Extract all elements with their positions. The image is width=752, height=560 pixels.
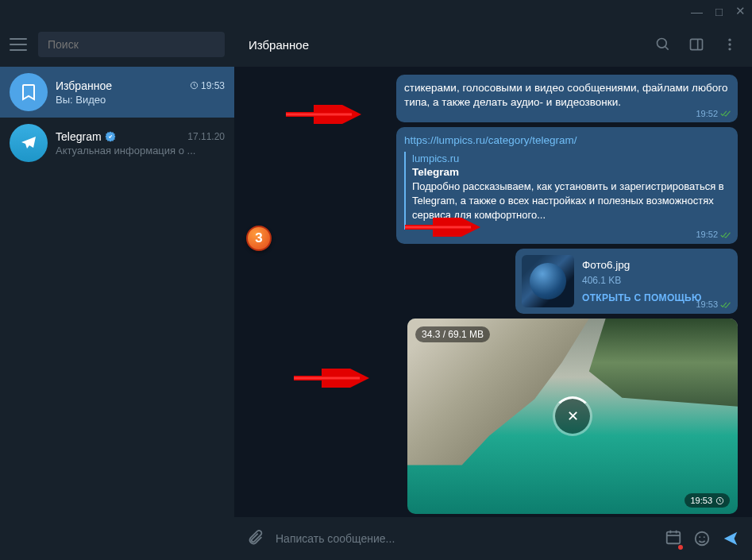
sidepanel-icon[interactable] <box>688 37 704 52</box>
chat-header: Избранное <box>234 22 752 67</box>
scheduled-icon[interactable] <box>665 528 682 549</box>
minimize-icon[interactable]: — <box>691 5 703 18</box>
close-icon: ✕ <box>567 407 579 425</box>
chat-name: Telegram <box>56 130 116 143</box>
svg-point-20 <box>704 536 705 538</box>
message-bubble-link[interactable]: https://lumpics.ru/category/telegram/ lu… <box>396 127 738 244</box>
annotation-badge-3: 3 <box>246 226 272 251</box>
chat-item-saved[interactable]: Избранное 19:53 Вы: Видео <box>0 67 234 118</box>
message-video[interactable]: 34.3 / 69.1 MB ✕ 19:53 <box>407 319 738 514</box>
attach-icon[interactable] <box>247 530 264 547</box>
chat-time: 19:53 <box>190 80 225 91</box>
message-time: 19:53 <box>685 493 730 508</box>
search-icon[interactable] <box>655 37 671 52</box>
cancel-upload-button[interactable]: ✕ <box>555 399 590 434</box>
chat-area: Избранное стикерами, голосовыми и видео … <box>234 22 752 560</box>
message-time: 19:52 <box>696 229 731 241</box>
svg-rect-2 <box>691 39 703 49</box>
sidebar: Избранное 19:53 Вы: Видео <box>0 22 234 560</box>
chat-name: Избранное <box>56 79 112 92</box>
svg-point-1 <box>658 39 667 48</box>
upload-progress: 34.3 / 69.1 MB <box>415 326 490 342</box>
link-preview: lumpics.ru Telegram Подробно рассказывае… <box>404 152 730 230</box>
chat-preview: Актуальная информация о ... <box>56 145 225 156</box>
preview-title: Telegram <box>412 165 730 180</box>
message-time: 19:53 <box>696 299 731 311</box>
svg-point-5 <box>728 43 731 45</box>
annotation-arrow <box>282 105 361 124</box>
chat-item-telegram[interactable]: Telegram 17.11.20 Актуальная информация … <box>0 118 234 168</box>
send-icon[interactable] <box>722 530 739 547</box>
message-bubble-file[interactable]: Фото6.jpg 406.1 KB ОТКРЫТЬ С ПОМОЩЬЮ 19:… <box>515 249 738 314</box>
svg-point-19 <box>699 536 700 538</box>
svg-point-6 <box>728 48 731 50</box>
message-input[interactable]: Написать сообщение... <box>276 532 654 545</box>
clock-icon <box>190 81 199 90</box>
page-title: Избранное <box>249 38 309 52</box>
message-link[interactable]: https://lumpics.ru/category/telegram/ <box>404 133 730 148</box>
hamburger-icon[interactable] <box>10 38 27 51</box>
svg-rect-14 <box>667 532 681 544</box>
file-name: Фото6.jpg <box>582 258 702 272</box>
emoji-icon[interactable] <box>693 530 711 547</box>
more-icon[interactable] <box>722 37 738 52</box>
annotation-arrow <box>290 369 369 388</box>
chat-time: 17.11.20 <box>187 131 225 142</box>
window-titlebar: — □ ✕ <box>0 0 752 22</box>
bookmark-icon <box>10 73 48 111</box>
close-icon[interactable]: ✕ <box>735 4 746 18</box>
search-input[interactable] <box>38 32 225 57</box>
file-size: 406.1 KB <box>582 274 702 287</box>
maximize-icon[interactable]: □ <box>715 5 723 18</box>
file-thumbnail[interactable] <box>522 255 574 307</box>
message-text: стикерами, голосовыми и видео сообщениям… <box>404 82 728 108</box>
checks-icon <box>720 110 731 118</box>
message-time: 19:52 <box>696 108 731 120</box>
preview-site: lumpics.ru <box>412 152 730 166</box>
open-with-button[interactable]: ОТКРЫТЬ С ПОМОЩЬЮ <box>582 292 702 304</box>
preview-desc: Подробно рассказываем, как установить и … <box>412 180 730 230</box>
verified-icon <box>105 131 116 142</box>
chat-preview: Вы: Видео <box>56 94 225 106</box>
message-bubble[interactable]: стикерами, голосовыми и видео сообщениям… <box>396 75 738 122</box>
svg-point-4 <box>728 39 731 41</box>
clock-icon <box>715 496 724 505</box>
svg-point-18 <box>696 532 709 546</box>
composer: Написать сообщение... <box>234 517 752 560</box>
telegram-icon <box>10 124 48 162</box>
